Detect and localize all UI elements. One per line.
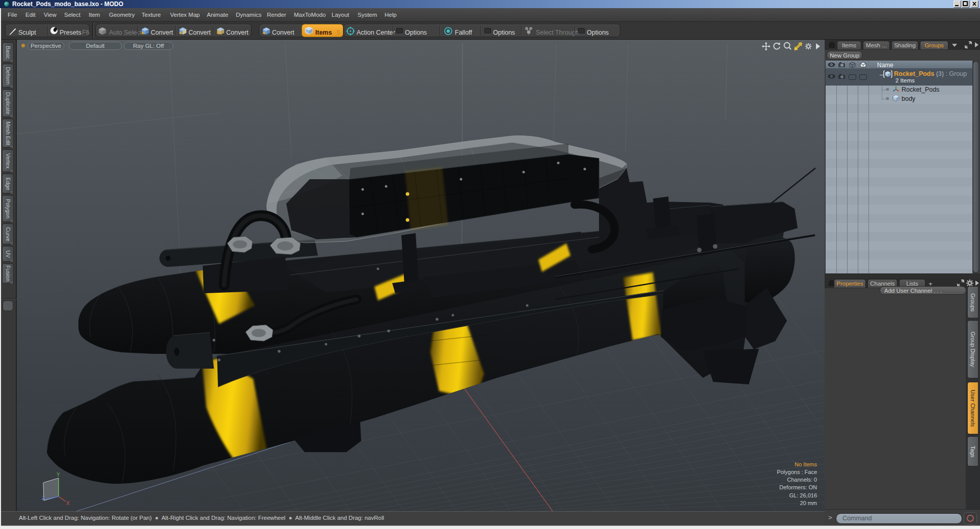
svg-text:Y: Y <box>57 472 60 478</box>
svg-text:X: X <box>66 500 70 506</box>
svg-text:Z: Z <box>42 495 45 501</box>
